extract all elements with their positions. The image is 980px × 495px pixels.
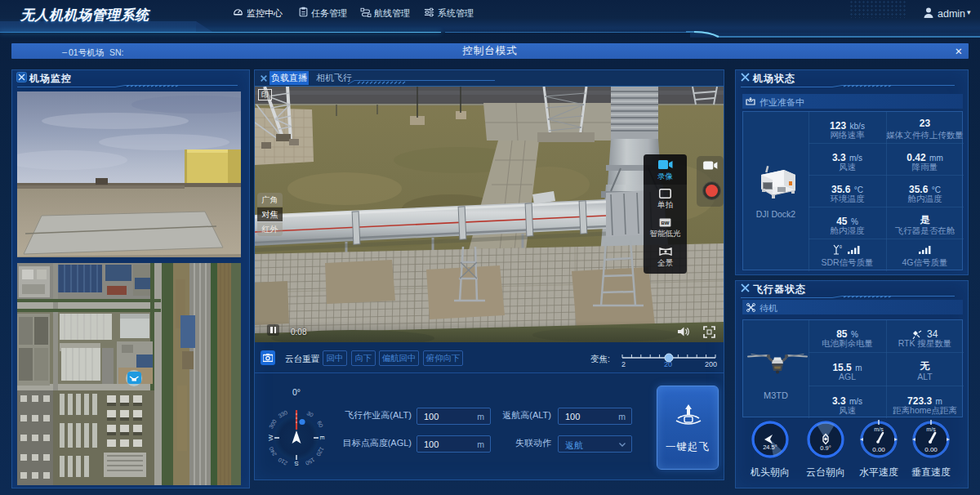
svg-text:60: 60	[316, 420, 324, 428]
svg-text:210: 210	[277, 457, 288, 466]
svg-text:200: 200	[705, 360, 717, 368]
svg-text:20: 20	[664, 360, 672, 368]
svg-text:2: 2	[621, 360, 626, 368]
svg-text:0.9°: 0.9°	[820, 444, 831, 452]
svg-text:m/s: m/s	[874, 426, 884, 432]
svg-text:150: 150	[305, 457, 316, 466]
svg-text:E: E	[318, 435, 326, 439]
svg-text:30: 30	[306, 410, 314, 418]
svg-text:S: S	[294, 460, 298, 467]
svg-text:0.00: 0.00	[872, 446, 885, 453]
svg-text:0.00: 0.00	[924, 446, 938, 453]
svg-text:m/s: m/s	[926, 426, 936, 432]
svg-text:330: 330	[277, 409, 288, 419]
svg-text:W: W	[267, 435, 274, 441]
svg-text:24.5°: 24.5°	[763, 444, 777, 451]
svg-text:BW: BW	[662, 221, 670, 225]
svg-text:120: 120	[315, 446, 325, 457]
svg-text:300: 300	[268, 418, 278, 430]
svg-text:0: 0	[840, 244, 842, 249]
svg-text:240: 240	[268, 446, 278, 457]
